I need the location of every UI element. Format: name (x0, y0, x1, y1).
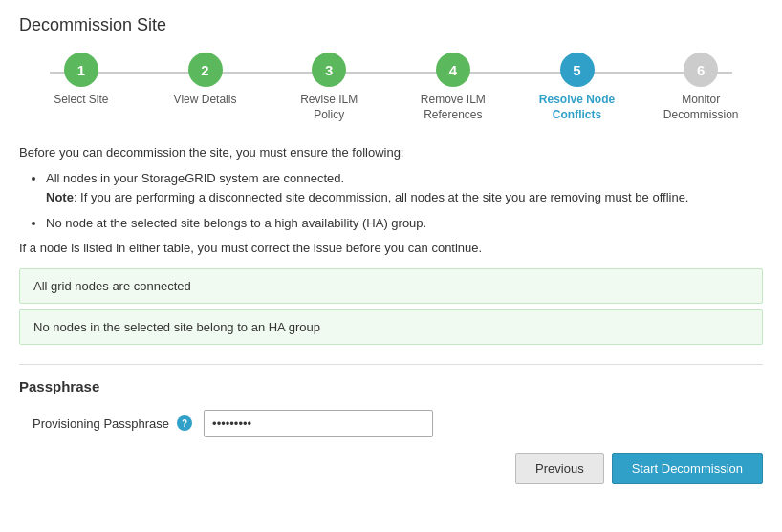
passphrase-label: Provisioning Passphrase (33, 416, 169, 431)
bullet-2: No node at the selected site belongs to … (46, 214, 763, 233)
start-decommission-button[interactable]: Start Decommission (612, 453, 763, 484)
help-icon[interactable]: ? (177, 415, 192, 431)
footer: Previous Start Decommission (19, 453, 763, 484)
step-3-circle: 3 (312, 53, 346, 87)
passphrase-section-title: Passphrase (19, 378, 763, 394)
step-1: 1 Select Site (19, 53, 143, 108)
bullet-2-main: No node at the selected site belongs to … (46, 216, 426, 230)
step-4: 4 Remove ILM References (391, 53, 515, 122)
passphrase-form-row: Provisioning Passphrase ? (19, 410, 763, 437)
previous-button[interactable]: Previous (515, 453, 604, 484)
bullet-1-main: All nodes in your StorageGRID system are… (46, 171, 344, 185)
step-2-circle: 2 (188, 53, 223, 87)
page-title: Decommission Site (19, 15, 763, 35)
step-3-label: Revise ILM Policy (291, 93, 367, 122)
step-1-label: Select Site (54, 93, 108, 108)
condition-text: If a node is listed in either table, you… (19, 241, 763, 255)
status-box-1: All grid nodes are connected (19, 268, 763, 304)
intro-text: Before you can decommission the site, yo… (19, 145, 763, 160)
step-5-circle: 5 (560, 53, 595, 87)
passphrase-input[interactable] (204, 410, 433, 437)
step-5-label: Resolve Node Conflicts (539, 93, 616, 122)
bullet-1-note: Note (46, 190, 74, 204)
status-box-2: No nodes in the selected site belong to … (19, 309, 763, 345)
bullet-1-note-text: : If you are performing a disconnected s… (74, 190, 689, 204)
step-4-label: Remove ILM References (415, 93, 491, 122)
step-6-label: Monitor Decommission (663, 93, 739, 122)
stepper: 1 Select Site 2 View Details 3 Revise IL… (19, 53, 763, 122)
step-6-circle: 6 (684, 53, 718, 87)
passphrase-section: Passphrase Provisioning Passphrase ? (19, 378, 763, 437)
step-3: 3 Revise ILM Policy (267, 53, 391, 122)
step-4-circle: 4 (436, 53, 470, 87)
section-divider (19, 364, 763, 365)
bullet-1: All nodes in your StorageGRID system are… (46, 169, 763, 206)
bullet-list: All nodes in your StorageGRID system are… (46, 169, 763, 233)
step-2: 2 View Details (143, 53, 268, 108)
step-6: 6 Monitor Decommission (639, 53, 763, 122)
step-2-label: View Details (174, 93, 237, 108)
step-1-circle: 1 (64, 53, 98, 87)
step-5: 5 Resolve Node Conflicts (515, 53, 640, 122)
